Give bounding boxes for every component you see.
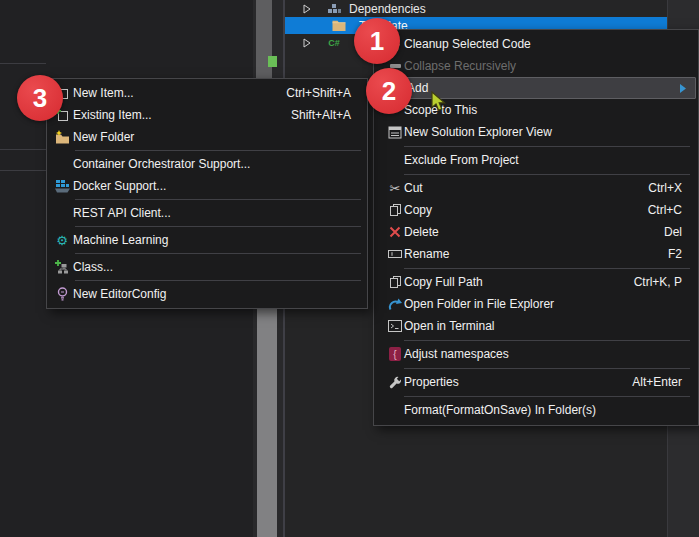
step-badge-3: 3 xyxy=(17,75,63,121)
menu-item-label: Collapse Recursively xyxy=(404,59,516,73)
menu-item-label: Copy xyxy=(404,203,432,217)
delete-icon xyxy=(386,226,404,238)
step-badge-2: 2 xyxy=(366,68,412,114)
menu-item-container-orchestrator-support[interactable]: Container Orchestrator Support... xyxy=(47,153,367,175)
menu-item-shortcut: Ctrl+K, P xyxy=(634,275,698,289)
menu-item-adjust-namespaces[interactable]: {Adjust namespaces xyxy=(374,343,698,365)
menu-item-cut[interactable]: ✂CutCtrl+X xyxy=(374,177,698,199)
menu-separator xyxy=(404,368,690,369)
folder-icon xyxy=(331,19,347,32)
menu-item-shortcut: Del xyxy=(664,225,698,239)
menu-item-label: New Item... xyxy=(73,86,134,100)
menu-item-new-editorconfig[interactable]: New EditorConfig xyxy=(47,283,367,305)
menu-item-format-formatonsave-in-folder-s[interactable]: Format(FormatOnSave) In Folder(s) xyxy=(374,399,698,421)
background-divider xyxy=(0,149,46,150)
menu-item-label: Adjust namespaces xyxy=(404,347,509,361)
menu-item-delete[interactable]: DeleteDel xyxy=(374,221,698,243)
menu-item-label: New EditorConfig xyxy=(73,287,166,301)
menu-item-copy[interactable]: CopyCtrl+C xyxy=(374,199,698,221)
menu-item-label: Container Orchestrator Support... xyxy=(73,157,250,171)
menu-item-exclude-from-project[interactable]: Exclude From Project xyxy=(374,149,698,171)
menu-item-label: Docker Support... xyxy=(73,179,166,193)
menu-item-label: REST API Client... xyxy=(73,206,171,220)
menu-item-copy-full-path[interactable]: Copy Full PathCtrl+K, P xyxy=(374,271,698,293)
chevron-right-icon[interactable] xyxy=(303,38,313,48)
menu-item-new-folder[interactable]: New Folder xyxy=(47,126,367,148)
menu-item-new-solution-explorer-view[interactable]: New Solution Explorer View xyxy=(374,121,698,143)
menu-item-class[interactable]: Class... xyxy=(47,256,367,278)
menu-separator xyxy=(404,396,690,397)
tree-item-dependencies[interactable]: Dependencies xyxy=(285,0,667,17)
csharp-project-icon: C# xyxy=(326,38,342,48)
menu-item-shortcut: Alt+Enter xyxy=(632,375,698,389)
menu-item-scope-to-this[interactable]: Scope to This xyxy=(374,99,698,121)
menu-item-existing-item[interactable]: Existing Item...Shift+Alt+A xyxy=(47,104,367,126)
dependencies-icon xyxy=(326,3,342,15)
menu-item-label: Format(FormatOnSave) In Folder(s) xyxy=(404,403,596,417)
menu-item-collapse-recursively[interactable]: Collapse Recursively xyxy=(374,55,698,77)
menu-separator xyxy=(404,340,690,341)
class-icon xyxy=(53,260,71,274)
menu-item-label: Machine Learning xyxy=(73,233,168,247)
menu-item-rest-api-client[interactable]: REST API Client... xyxy=(47,202,367,224)
add-submenu: New Item...Ctrl+Shift+AExisting Item...S… xyxy=(46,78,368,309)
menu-item-label: Existing Item... xyxy=(73,108,152,122)
menu-item-label: Class... xyxy=(73,260,113,274)
menu-separator xyxy=(75,226,361,227)
menu-item-shortcut: Ctrl+Shift+A xyxy=(286,86,367,100)
menu-item-new-item[interactable]: New Item...Ctrl+Shift+A xyxy=(47,82,367,104)
menu-item-label: New Solution Explorer View xyxy=(404,125,552,139)
background-divider xyxy=(0,63,46,64)
menu-separator xyxy=(404,174,690,175)
menu-item-label: Open in Terminal xyxy=(404,319,495,333)
menu-item-docker-support[interactable]: Docker Support... xyxy=(47,175,367,197)
wrench-icon xyxy=(386,376,404,389)
scrollbar-change-marker xyxy=(268,56,277,67)
background-divider xyxy=(0,170,46,171)
scissors-icon: ✂ xyxy=(386,181,404,196)
docker-icon xyxy=(53,180,71,193)
menu-item-rename[interactable]: RenameF2 xyxy=(374,243,698,265)
submenu-arrow-icon xyxy=(680,84,695,93)
menu-item-machine-learning[interactable]: ⚙Machine Learning xyxy=(47,229,367,251)
editorconfig-icon xyxy=(53,287,71,301)
step-badge-1: 1 xyxy=(354,18,400,64)
menu-item-shortcut: Ctrl+C xyxy=(648,203,698,217)
mouse-cursor-icon xyxy=(431,91,449,118)
menu-separator xyxy=(404,146,690,147)
ml-gear-icon: ⚙ xyxy=(53,234,71,247)
tree-item-label: Dependencies xyxy=(349,2,426,16)
namespace-icon: { xyxy=(386,347,404,361)
menu-item-label: Properties xyxy=(404,375,459,389)
menu-item-add[interactable]: Add xyxy=(376,77,696,99)
menu-item-label: Cleanup Selected Code xyxy=(404,37,531,51)
menu-item-properties[interactable]: PropertiesAlt+Enter xyxy=(374,371,698,393)
copy-icon xyxy=(386,203,404,217)
rename-icon xyxy=(386,248,404,260)
menu-separator xyxy=(75,199,361,200)
new-folder-icon xyxy=(53,130,71,144)
menu-separator xyxy=(404,268,690,269)
menu-separator xyxy=(75,280,361,281)
terminal-icon xyxy=(386,320,404,332)
menu-item-label: Cut xyxy=(404,181,423,195)
menu-item-label: Copy Full Path xyxy=(404,275,483,289)
menu-item-shortcut: Shift+Alt+A xyxy=(291,108,367,122)
solution-explorer-view-icon xyxy=(386,126,404,139)
menu-item-label: Exclude From Project xyxy=(404,153,519,167)
menu-item-cleanup-selected-code[interactable]: {}Cleanup Selected Code xyxy=(374,33,698,55)
menu-item-label: Open Folder in File Explorer xyxy=(404,297,554,311)
menu-item-shortcut: Ctrl+X xyxy=(648,181,698,195)
open-folder-icon xyxy=(386,298,404,311)
menu-item-label: Rename xyxy=(404,247,449,261)
menu-item-label: New Folder xyxy=(73,130,134,144)
chevron-right-icon[interactable] xyxy=(303,4,313,14)
left-scrollbar-thumb[interactable] xyxy=(257,305,277,537)
menu-item-shortcut: F2 xyxy=(668,247,698,261)
menu-item-label: Delete xyxy=(404,225,439,239)
context-menu: {}Cleanup Selected CodeCollapse Recursiv… xyxy=(373,29,699,426)
menu-item-open-in-terminal[interactable]: Open in Terminal xyxy=(374,315,698,337)
menu-separator xyxy=(75,253,361,254)
copy-icon xyxy=(386,275,404,289)
menu-item-open-folder-in-file-explorer[interactable]: Open Folder in File Explorer xyxy=(374,293,698,315)
